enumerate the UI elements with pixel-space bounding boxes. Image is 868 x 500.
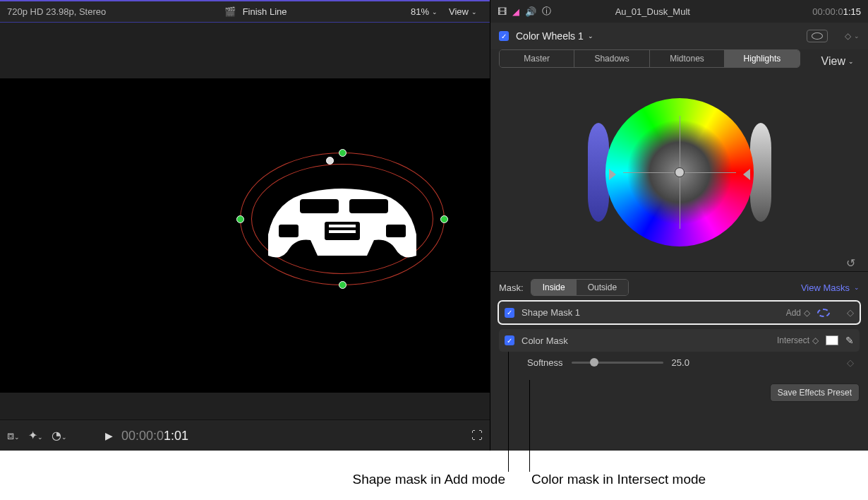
shape-mask-checkbox[interactable]: ✓	[505, 308, 514, 318]
mask-shape-button[interactable]	[807, 30, 828, 42]
wheel-view-dropdown[interactable]: View ⌄	[816, 55, 860, 68]
car-silhouette	[261, 178, 423, 270]
color-mask-name: Color Mask	[522, 335, 568, 346]
softness-slider[interactable]	[572, 362, 663, 364]
eyedropper-icon[interactable]: ✎	[845, 335, 854, 346]
enhance-tool-icon[interactable]: ✦⌄	[28, 429, 43, 442]
wheel-puck[interactable]	[675, 167, 685, 177]
viewer-format: 720p HD 23.98p, Stereo	[7, 6, 106, 17]
audio-tab-icon[interactable]: 🔊	[525, 6, 536, 17]
callout-shape: Shape mask in Add mode	[230, 472, 505, 487]
retime-tool-icon[interactable]: ◔⌄	[52, 429, 67, 442]
softness-row: Softness 25.0 ◇	[499, 352, 860, 368]
shape-mask-overlay[interactable]	[240, 153, 445, 285]
shape-mask-icon[interactable]	[817, 309, 830, 317]
bright-indicator	[743, 169, 750, 180]
mask-handle-bottom[interactable]	[339, 281, 346, 289]
mask-inside-button[interactable]: Inside	[531, 280, 577, 295]
chevron-down-icon: ⌄	[588, 32, 593, 40]
keyframe-button[interactable]: ◇ ⌄	[845, 31, 860, 41]
view-label: View	[449, 6, 469, 17]
viewer-view-dropdown[interactable]: View ⌄	[443, 6, 483, 17]
inspector-timecode: 00:00:01:15	[812, 6, 861, 17]
color-mask-mode-dropdown[interactable]: Intersect ◇	[777, 335, 819, 345]
mask-inside-outside-seg: Inside Outside	[531, 279, 629, 296]
softness-value[interactable]: 25.0	[672, 357, 689, 368]
viewer-toolbar: ⧈⌄ ✦⌄ ◔⌄ ▶ 00:00:01:01 ⛶	[0, 419, 490, 451]
tab-master[interactable]: Master	[500, 50, 574, 67]
mask-outside-button[interactable]: Outside	[577, 280, 628, 295]
save-effects-preset-button[interactable]: Save Effects Preset	[770, 383, 860, 402]
viewer-canvas[interactable]	[0, 23, 490, 419]
color-tab-icon[interactable]: ◢	[512, 6, 519, 17]
tab-midtones[interactable]: Midtones	[650, 50, 725, 67]
color-wheel[interactable]	[588, 81, 771, 264]
tab-highlights[interactable]: Highlights	[725, 50, 799, 67]
viewer-clip-title: Finish Line	[240, 6, 287, 17]
app-window: 720p HD 23.98p, Stereo 🎬 Finish Line 81%…	[0, 0, 868, 451]
color-mask-swatch[interactable]	[826, 335, 838, 345]
keyframe-diamond-icon[interactable]: ◇	[847, 307, 854, 318]
effect-enable-checkbox[interactable]: ✓	[499, 31, 509, 41]
mask-handle-right[interactable]	[440, 215, 448, 223]
effect-name-dropdown[interactable]: Color Wheels 1 ⌄	[516, 30, 593, 42]
chevron-down-icon: ⌄	[432, 8, 438, 16]
fullscreen-icon[interactable]: ⛶	[471, 429, 483, 442]
mask-handle-left[interactable]	[236, 215, 244, 223]
inspector-clip-name: Au_01_Dusk_Mult	[615, 6, 690, 17]
callout-line-color	[529, 380, 530, 472]
timecode-active: 1:01	[164, 429, 188, 443]
video-tab-icon[interactable]: 🎞	[498, 6, 507, 17]
mask-rotation-handle[interactable]	[326, 157, 334, 165]
updown-icon: ◇	[812, 335, 819, 345]
mask-section: Mask: Inside Outside View Masks ⌄ ✓ Shap…	[490, 271, 868, 375]
view-masks-dropdown[interactable]: View Masks ⌄	[801, 282, 860, 293]
inspector-header: 🎞 ◢ 🔊 ⓘ Au_01_Dusk_Mult 00:00:01:15	[490, 0, 868, 23]
play-button[interactable]: ▶	[105, 430, 113, 441]
info-tab-icon[interactable]: ⓘ	[542, 5, 551, 18]
zoom-value: 81%	[411, 6, 429, 17]
keyframe-diamond-icon[interactable]: ◇	[847, 357, 854, 368]
svg-rect-6	[329, 230, 356, 233]
callout-line-shape	[508, 352, 509, 472]
callout-color: Color mask in Intersect mode	[531, 472, 706, 487]
color-wheel-area: ↺	[490, 73, 868, 271]
clapper-icon: 🎬	[224, 6, 236, 17]
chevron-down-icon: ⌄	[854, 32, 860, 40]
tab-shadows[interactable]: Shadows	[574, 50, 649, 67]
svg-rect-1	[349, 199, 388, 213]
mask-item-shape[interactable]: ✓ Shape Mask 1 Add ◇ ◇	[499, 302, 860, 323]
sat-indicator	[609, 169, 616, 180]
wheel-tabs: Master Shadows Midtones Highlights	[499, 49, 800, 68]
zoom-dropdown[interactable]: 81% ⌄	[405, 6, 443, 17]
softness-label: Softness	[527, 357, 563, 368]
video-frame	[0, 78, 490, 393]
viewer-panel: 720p HD 23.98p, Stereo 🎬 Finish Line 81%…	[0, 0, 490, 451]
chevron-down-icon: ⌄	[854, 284, 860, 291]
mask-item-color[interactable]: ✓ Color Mask Intersect ◇ ✎	[499, 329, 860, 352]
slider-thumb[interactable]	[590, 358, 598, 367]
color-mask-checkbox[interactable]: ✓	[505, 335, 514, 345]
shape-mask-name: Shape Mask 1	[522, 307, 580, 318]
chevron-down-icon: ⌄	[471, 8, 477, 16]
wheel-tabs-row: Master Shadows Midtones Highlights View …	[490, 49, 868, 73]
mask-handle-top[interactable]	[339, 149, 346, 157]
svg-rect-3	[279, 225, 299, 237]
svg-rect-4	[386, 225, 406, 237]
viewer-header: 720p HD 23.98p, Stereo 🎬 Finish Line 81%…	[0, 0, 490, 23]
updown-icon: ◇	[804, 308, 810, 318]
svg-rect-0	[300, 199, 339, 213]
effect-header: ✓ Color Wheels 1 ⌄ ◇ ⌄	[490, 23, 868, 49]
save-preset-row: Save Effects Preset	[490, 375, 868, 410]
shape-mask-mode-dropdown[interactable]: Add ◇	[786, 308, 810, 318]
chevron-down-icon: ⌄	[848, 58, 854, 65]
reset-icon[interactable]: ↺	[846, 256, 855, 270]
crop-tool-icon[interactable]: ⧈⌄	[7, 429, 20, 442]
mask-label: Mask:	[499, 282, 524, 293]
inspector-panel: 🎞 ◢ 🔊 ⓘ Au_01_Dusk_Mult 00:00:01:15 ✓ Co…	[490, 0, 868, 451]
timecode-dim: 00:00:0	[121, 429, 164, 443]
viewer-timecode: 00:00:01:01	[121, 428, 188, 444]
mask-row: Mask: Inside Outside View Masks ⌄	[499, 279, 860, 296]
svg-rect-5	[329, 225, 356, 227]
callout-layer: Shape mask in Add mode Color mask in Int…	[0, 451, 868, 500]
